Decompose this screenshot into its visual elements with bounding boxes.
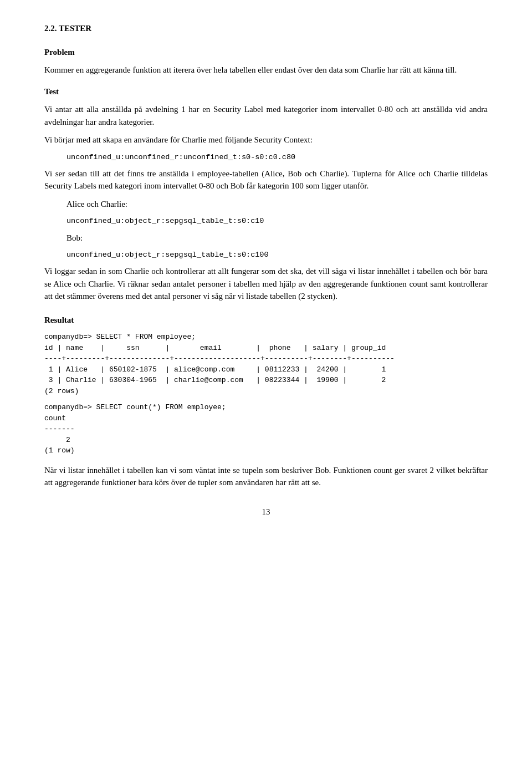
code-bob: unconfined_u:object_r:sepgsql_table_t:s0… bbox=[66, 250, 488, 261]
result-query1: companydb=> SELECT * FROM employee; id |… bbox=[44, 332, 488, 396]
test-para4: Vi loggar sedan in som Charlie och kontr… bbox=[44, 265, 488, 303]
problem-title: Problem bbox=[44, 46, 488, 59]
test-title: Test bbox=[44, 85, 488, 98]
result-para-final: När vi listar innehållet i tabellen kan … bbox=[44, 464, 488, 489]
alice-charlie-label: Alice och Charlie: bbox=[66, 198, 488, 211]
problem-section: Problem Kommer en aggregerande funktion … bbox=[44, 46, 488, 77]
problem-body: Kommer en aggregerande funktion att iter… bbox=[44, 64, 488, 77]
test-para1: Vi antar att alla anställda på avdelning… bbox=[44, 103, 488, 128]
result-title: Resultat bbox=[44, 314, 488, 327]
page-number: 13 bbox=[44, 506, 488, 518]
test-section: Test Vi antar att alla anställda på avde… bbox=[44, 85, 488, 303]
code-alice-charlie: unconfined_u:object_r:sepgsql_table_t:s0… bbox=[66, 216, 488, 227]
test-para3: Vi ser sedan till att det finns tre anst… bbox=[44, 167, 488, 192]
result-query2: companydb=> SELECT count(*) FROM employe… bbox=[44, 402, 488, 456]
bob-label: Bob: bbox=[66, 232, 488, 245]
result-section: Resultat companydb=> SELECT * FROM emplo… bbox=[44, 314, 488, 489]
section-header: 2.2. TESTER bbox=[44, 22, 488, 35]
code-security-context: unconfined_u:unconfined_r:unconfined_t:s… bbox=[66, 152, 488, 163]
section-title: 2.2. TESTER bbox=[44, 24, 91, 33]
test-para2: Vi börjar med att skapa en användare för… bbox=[44, 134, 488, 146]
